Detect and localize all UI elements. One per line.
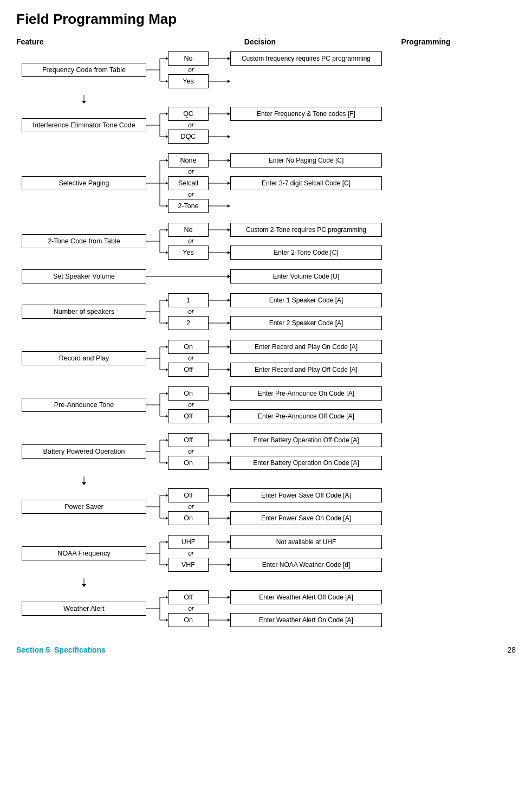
svg-marker-97 bbox=[166, 517, 168, 520]
svg-marker-117 bbox=[228, 596, 230, 599]
svg-marker-55 bbox=[166, 321, 168, 325]
feature-box: Battery Powered Operation bbox=[22, 444, 146, 459]
svg-marker-95 bbox=[228, 494, 230, 497]
flow-section-1: Enter Frequency & Tone codes [F]orQCDQCI… bbox=[16, 107, 516, 146]
svg-marker-89 bbox=[82, 482, 86, 485]
header-decision: Decision bbox=[184, 37, 336, 46]
feature-box: 2-Tone Code from Table bbox=[22, 234, 146, 248]
svg-marker-43 bbox=[166, 251, 168, 254]
svg-marker-71 bbox=[166, 392, 168, 395]
svg-marker-11 bbox=[82, 101, 86, 104]
svg-marker-111 bbox=[82, 584, 86, 587]
svg-marker-45 bbox=[228, 251, 230, 254]
flow-section-8: Enter Battery Operation Off Code [A]orOf… bbox=[16, 433, 516, 472]
feature-box: Interference Eliminator Tone Code bbox=[22, 118, 146, 132]
feature-box: Frequency Code from Table bbox=[22, 63, 146, 77]
svg-marker-9 bbox=[228, 80, 230, 83]
flow-section-11: Enter Weather Alert Off Code [A]orOffEnt… bbox=[16, 590, 516, 629]
flow-section-9: Enter Power Save Off Code [A]orOffEnter … bbox=[16, 488, 516, 527]
svg-marker-87 bbox=[228, 461, 230, 464]
svg-marker-61 bbox=[166, 345, 168, 349]
flow-section-0: Custom frequency requires PC programming… bbox=[16, 51, 516, 91]
prog-box: Enter Volume Code [U] bbox=[230, 269, 382, 283]
svg-marker-5 bbox=[228, 57, 230, 60]
svg-marker-109 bbox=[228, 563, 230, 566]
svg-marker-33 bbox=[166, 204, 168, 208]
svg-marker-77 bbox=[228, 415, 230, 418]
svg-marker-81 bbox=[166, 438, 168, 442]
svg-marker-107 bbox=[166, 563, 168, 566]
svg-marker-119 bbox=[166, 618, 168, 622]
svg-marker-67 bbox=[228, 368, 230, 371]
flow-section-6: Enter Record and Play On Code [A]orOnEnt… bbox=[16, 340, 516, 379]
feature-box: Record and Play bbox=[22, 351, 146, 365]
flow-section-2: Enter No Paging Code [C]orNoneEnter 3-7 … bbox=[16, 153, 516, 215]
svg-marker-115 bbox=[166, 596, 168, 599]
svg-marker-121 bbox=[228, 618, 230, 622]
feature-box: Power Saver bbox=[22, 500, 146, 514]
svg-marker-7 bbox=[166, 80, 168, 83]
down-arrow-connector bbox=[16, 95, 516, 106]
feature-box: Weather Alert bbox=[22, 602, 146, 616]
feature-box: Pre-Announce Tone bbox=[22, 398, 146, 412]
svg-marker-57 bbox=[228, 321, 230, 325]
svg-marker-35 bbox=[228, 204, 230, 208]
svg-marker-99 bbox=[228, 517, 230, 520]
feature-box: Number of speakers bbox=[22, 305, 146, 319]
svg-marker-93 bbox=[166, 494, 168, 497]
svg-marker-3 bbox=[166, 57, 168, 60]
svg-marker-41 bbox=[228, 228, 230, 231]
svg-marker-103 bbox=[166, 540, 168, 544]
flow-section-10: Not available at UHForUHFEnter NOAA Weat… bbox=[16, 535, 516, 574]
svg-marker-21 bbox=[228, 135, 230, 138]
svg-marker-29 bbox=[166, 182, 168, 185]
page-number: 28 bbox=[507, 646, 516, 654]
svg-marker-53 bbox=[228, 299, 230, 302]
svg-marker-27 bbox=[228, 159, 230, 162]
section-footer: Section 5 Specifications bbox=[16, 646, 106, 654]
feature-box: NOAA Frequency bbox=[22, 546, 146, 560]
svg-marker-17 bbox=[228, 112, 230, 115]
svg-marker-105 bbox=[228, 540, 230, 544]
feature-box: Set Speaker Volume bbox=[22, 269, 146, 283]
flow-section-3: Custom 2-Tone requires PC programmingorN… bbox=[16, 223, 516, 262]
header-programming: Programming bbox=[336, 37, 516, 46]
svg-marker-19 bbox=[166, 135, 168, 138]
down-arrow-connector bbox=[16, 476, 516, 487]
feature-box: Selective Paging bbox=[22, 176, 146, 190]
svg-marker-85 bbox=[166, 461, 168, 464]
svg-marker-31 bbox=[228, 182, 230, 185]
down-arrow-connector bbox=[16, 578, 516, 589]
page-title: Field Programming Map bbox=[16, 11, 516, 28]
flow-section-5: Enter 1 Speaker Code [A]or1Enter 2 Speak… bbox=[16, 293, 516, 332]
svg-marker-63 bbox=[228, 345, 230, 349]
svg-marker-73 bbox=[228, 392, 230, 395]
svg-marker-51 bbox=[166, 299, 168, 302]
svg-marker-25 bbox=[166, 159, 168, 162]
svg-marker-75 bbox=[166, 415, 168, 418]
svg-marker-39 bbox=[166, 228, 168, 231]
svg-marker-65 bbox=[166, 368, 168, 371]
svg-marker-83 bbox=[228, 438, 230, 442]
svg-marker-15 bbox=[166, 112, 168, 115]
header-feature: Feature bbox=[16, 37, 184, 46]
flow-section-7: Enter Pre-Announce On Code [A]orOnEnter … bbox=[16, 386, 516, 425]
flow-section-4: Set Speaker VolumeEnter Volume Code [U] bbox=[16, 269, 516, 286]
